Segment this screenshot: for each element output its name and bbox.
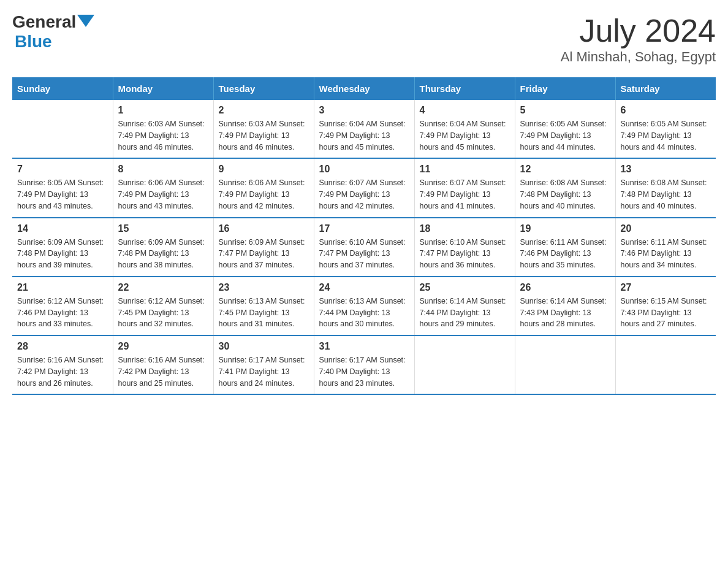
day-info: Sunrise: 6:08 AM Sunset: 7:48 PM Dayligh…: [621, 177, 711, 212]
day-info: Sunrise: 6:17 AM Sunset: 7:40 PM Dayligh…: [319, 354, 409, 389]
day-cell: [515, 335, 615, 394]
day-cell: 16Sunrise: 6:09 AM Sunset: 7:47 PM Dayli…: [213, 218, 314, 277]
day-number: 14: [17, 223, 108, 234]
day-cell: 4Sunrise: 6:04 AM Sunset: 7:49 PM Daylig…: [414, 100, 515, 158]
day-number: 13: [621, 164, 711, 175]
day-info: Sunrise: 6:11 AM Sunset: 7:46 PM Dayligh…: [621, 237, 711, 271]
day-info: Sunrise: 6:09 AM Sunset: 7:47 PM Dayligh…: [219, 237, 309, 271]
day-info: Sunrise: 6:09 AM Sunset: 7:48 PM Dayligh…: [17, 237, 108, 271]
logo: General Blue: [12, 12, 94, 52]
day-number: 26: [520, 282, 610, 293]
day-cell: 15Sunrise: 6:09 AM Sunset: 7:48 PM Dayli…: [113, 218, 213, 277]
day-cell: 14Sunrise: 6:09 AM Sunset: 7:48 PM Dayli…: [12, 218, 113, 277]
day-info: Sunrise: 6:06 AM Sunset: 7:49 PM Dayligh…: [118, 177, 208, 212]
day-cell: 17Sunrise: 6:10 AM Sunset: 7:47 PM Dayli…: [314, 218, 414, 277]
day-number: 29: [118, 341, 208, 352]
day-number: 12: [520, 164, 610, 175]
day-number: 17: [319, 223, 409, 234]
logo-blue-text: Blue: [15, 32, 94, 52]
day-info: Sunrise: 6:12 AM Sunset: 7:46 PM Dayligh…: [17, 296, 108, 330]
day-info: Sunrise: 6:14 AM Sunset: 7:44 PM Dayligh…: [420, 296, 510, 330]
day-cell: 6Sunrise: 6:05 AM Sunset: 7:49 PM Daylig…: [615, 100, 716, 158]
day-cell: 18Sunrise: 6:10 AM Sunset: 7:47 PM Dayli…: [414, 218, 515, 277]
col-header-wednesday: Wednesday: [314, 77, 414, 100]
day-info: Sunrise: 6:17 AM Sunset: 7:41 PM Dayligh…: [219, 354, 309, 389]
day-cell: 27Sunrise: 6:15 AM Sunset: 7:43 PM Dayli…: [615, 277, 716, 335]
day-info: Sunrise: 6:14 AM Sunset: 7:43 PM Dayligh…: [520, 296, 610, 330]
day-number: 21: [17, 282, 108, 293]
logo-general-text: General: [12, 12, 76, 32]
day-info: Sunrise: 6:10 AM Sunset: 7:47 PM Dayligh…: [319, 237, 409, 271]
day-info: Sunrise: 6:07 AM Sunset: 7:49 PM Dayligh…: [319, 177, 409, 212]
day-info: Sunrise: 6:03 AM Sunset: 7:49 PM Dayligh…: [118, 118, 208, 153]
day-cell: 19Sunrise: 6:11 AM Sunset: 7:46 PM Dayli…: [515, 218, 615, 277]
day-number: 5: [520, 105, 610, 116]
col-header-saturday: Saturday: [615, 77, 716, 100]
day-cell: 24Sunrise: 6:13 AM Sunset: 7:44 PM Dayli…: [314, 277, 414, 335]
day-info: Sunrise: 6:05 AM Sunset: 7:49 PM Dayligh…: [17, 177, 108, 212]
day-cell: 11Sunrise: 6:07 AM Sunset: 7:49 PM Dayli…: [414, 158, 515, 217]
day-cell: 5Sunrise: 6:05 AM Sunset: 7:49 PM Daylig…: [515, 100, 615, 158]
day-info: Sunrise: 6:11 AM Sunset: 7:46 PM Dayligh…: [520, 237, 610, 271]
day-number: 6: [621, 105, 711, 116]
logo-triangle-icon: [77, 15, 94, 27]
day-cell: 9Sunrise: 6:06 AM Sunset: 7:49 PM Daylig…: [213, 158, 314, 217]
day-cell: [615, 335, 716, 394]
day-cell: [12, 100, 113, 158]
day-number: 31: [319, 341, 409, 352]
day-info: Sunrise: 6:10 AM Sunset: 7:47 PM Dayligh…: [420, 237, 510, 271]
day-number: 20: [621, 223, 711, 234]
day-number: 19: [520, 223, 610, 234]
day-cell: 20Sunrise: 6:11 AM Sunset: 7:46 PM Dayli…: [615, 218, 716, 277]
week-row-4: 21Sunrise: 6:12 AM Sunset: 7:46 PM Dayli…: [12, 277, 716, 335]
day-number: 7: [17, 164, 108, 175]
day-number: 9: [219, 164, 309, 175]
day-cell: 2Sunrise: 6:03 AM Sunset: 7:49 PM Daylig…: [213, 100, 314, 158]
day-number: 30: [219, 341, 309, 352]
day-number: 15: [118, 223, 208, 234]
day-number: 1: [118, 105, 208, 116]
day-number: 2: [219, 105, 309, 116]
day-info: Sunrise: 6:09 AM Sunset: 7:48 PM Dayligh…: [118, 237, 208, 271]
day-cell: 8Sunrise: 6:06 AM Sunset: 7:49 PM Daylig…: [113, 158, 213, 217]
day-info: Sunrise: 6:04 AM Sunset: 7:49 PM Dayligh…: [319, 118, 409, 153]
month-title: July 2024: [561, 12, 716, 49]
col-header-tuesday: Tuesday: [213, 77, 314, 100]
day-info: Sunrise: 6:07 AM Sunset: 7:49 PM Dayligh…: [420, 177, 510, 212]
day-number: 16: [219, 223, 309, 234]
day-info: Sunrise: 6:04 AM Sunset: 7:49 PM Dayligh…: [420, 118, 510, 153]
week-row-3: 14Sunrise: 6:09 AM Sunset: 7:48 PM Dayli…: [12, 218, 716, 277]
day-info: Sunrise: 6:08 AM Sunset: 7:48 PM Dayligh…: [520, 177, 610, 212]
location-title: Al Minshah, Sohag, Egypt: [561, 49, 716, 65]
day-number: 4: [420, 105, 510, 116]
day-number: 22: [118, 282, 208, 293]
day-number: 18: [420, 223, 510, 234]
day-info: Sunrise: 6:03 AM Sunset: 7:49 PM Dayligh…: [219, 118, 309, 153]
day-number: 23: [219, 282, 309, 293]
day-info: Sunrise: 6:13 AM Sunset: 7:45 PM Dayligh…: [219, 296, 309, 330]
day-info: Sunrise: 6:05 AM Sunset: 7:49 PM Dayligh…: [621, 118, 711, 153]
day-cell: 28Sunrise: 6:16 AM Sunset: 7:42 PM Dayli…: [12, 335, 113, 394]
day-cell: 22Sunrise: 6:12 AM Sunset: 7:45 PM Dayli…: [113, 277, 213, 335]
day-cell: 21Sunrise: 6:12 AM Sunset: 7:46 PM Dayli…: [12, 277, 113, 335]
day-cell: 25Sunrise: 6:14 AM Sunset: 7:44 PM Dayli…: [414, 277, 515, 335]
day-info: Sunrise: 6:15 AM Sunset: 7:43 PM Dayligh…: [621, 296, 711, 330]
day-info: Sunrise: 6:16 AM Sunset: 7:42 PM Dayligh…: [17, 354, 108, 389]
day-cell: 31Sunrise: 6:17 AM Sunset: 7:40 PM Dayli…: [314, 335, 414, 394]
day-cell: 26Sunrise: 6:14 AM Sunset: 7:43 PM Dayli…: [515, 277, 615, 335]
col-header-sunday: Sunday: [12, 77, 113, 100]
day-number: 27: [621, 282, 711, 293]
day-number: 11: [420, 164, 510, 175]
day-cell: 1Sunrise: 6:03 AM Sunset: 7:49 PM Daylig…: [113, 100, 213, 158]
calendar-table: SundayMondayTuesdayWednesdayThursdayFrid…: [12, 77, 716, 395]
week-row-1: 1Sunrise: 6:03 AM Sunset: 7:49 PM Daylig…: [12, 100, 716, 158]
title-block: July 2024 Al Minshah, Sohag, Egypt: [561, 12, 716, 65]
day-cell: 7Sunrise: 6:05 AM Sunset: 7:49 PM Daylig…: [12, 158, 113, 217]
col-header-friday: Friday: [515, 77, 615, 100]
day-cell: [414, 335, 515, 394]
day-number: 28: [17, 341, 108, 352]
day-info: Sunrise: 6:16 AM Sunset: 7:42 PM Dayligh…: [118, 354, 208, 389]
day-number: 10: [319, 164, 409, 175]
day-number: 24: [319, 282, 409, 293]
day-number: 8: [118, 164, 208, 175]
